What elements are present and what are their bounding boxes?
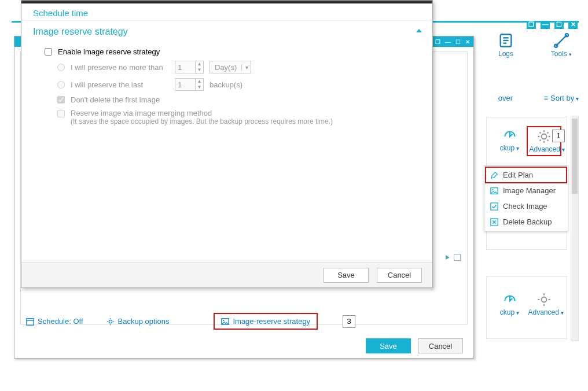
logs-label: Logs bbox=[498, 50, 513, 58]
close-icon[interactable]: ✕ bbox=[465, 39, 470, 45]
delete-icon bbox=[490, 218, 498, 226]
enable-label: Enable image reserve strategy bbox=[58, 47, 160, 56]
preserve-last-label: I will preserve the last bbox=[71, 80, 169, 89]
restore-icon[interactable]: ❐ bbox=[435, 39, 440, 45]
check-icon bbox=[490, 202, 498, 211]
last-value[interactable] bbox=[175, 79, 195, 90]
svg-point-26 bbox=[109, 320, 112, 323]
scrollbar-track[interactable] bbox=[571, 116, 579, 341]
logs-icon bbox=[498, 32, 514, 49]
svg-rect-24 bbox=[27, 318, 34, 324]
tools-label: Tools ▾ bbox=[551, 50, 572, 58]
backup-options-label: Backup options bbox=[118, 317, 170, 326]
preserve-last-row: I will preserve the last ▲▼ backup(s) bbox=[57, 78, 416, 91]
dont-delete-label: Don't delete the first image bbox=[71, 95, 160, 104]
preserve-days-radio[interactable] bbox=[57, 64, 65, 71]
svg-point-16 bbox=[492, 189, 493, 190]
menu-edit-plan[interactable]: Edit Plan bbox=[487, 168, 565, 182]
square-icon[interactable] bbox=[454, 254, 461, 261]
gear-icon bbox=[106, 318, 115, 326]
advanced-label: Advanced bbox=[530, 145, 560, 153]
svg-point-32 bbox=[223, 320, 225, 321]
logs-button[interactable]: Logs bbox=[488, 32, 523, 58]
edit-icon bbox=[490, 171, 498, 179]
maximize-icon[interactable]: ☐ bbox=[455, 39, 461, 45]
callout-3: 3 bbox=[343, 315, 355, 328]
image-reserve-dialog: Schedule time Image reserve strategy Ena… bbox=[21, 0, 433, 288]
menu-image-manager[interactable]: Image Manager bbox=[484, 183, 568, 198]
image-reserve-header[interactable]: Image reserve strategy bbox=[21, 20, 432, 39]
backup-dropdown[interactable]: ckup bbox=[494, 128, 525, 154]
image-icon bbox=[221, 318, 229, 326]
triangle-icon[interactable] bbox=[444, 254, 451, 261]
tools-icon bbox=[553, 32, 569, 49]
backup-label: ckup bbox=[500, 144, 514, 152]
maximize-icon[interactable]: ☐ bbox=[554, 21, 564, 29]
svg-line-14 bbox=[547, 132, 548, 133]
header-toolbar: Logs Tools ▾ bbox=[488, 32, 579, 58]
days-value[interactable] bbox=[175, 61, 195, 73]
backup-icon bbox=[502, 292, 517, 307]
menu-image-manager-label: Image Manager bbox=[503, 186, 556, 195]
preserve-last-radio[interactable] bbox=[57, 81, 65, 88]
image-reserve-body: Enable image reserve strategy I will pre… bbox=[21, 39, 432, 136]
menu-edit-plan-label: Edit Plan bbox=[503, 171, 533, 179]
svg-point-6 bbox=[541, 134, 546, 139]
enable-row[interactable]: Enable image reserve strategy bbox=[45, 47, 416, 56]
restore-icon[interactable]: ❐ bbox=[527, 21, 536, 29]
dont-delete-checkbox[interactable] bbox=[57, 96, 65, 104]
last-stepper[interactable]: ▲▼ bbox=[175, 78, 204, 91]
calendar-icon bbox=[26, 318, 34, 326]
schedule-time-header[interactable]: Schedule time bbox=[21, 3, 432, 20]
backup-label: ckup bbox=[500, 308, 514, 316]
merge-checkbox[interactable] bbox=[57, 110, 65, 117]
backup-dropdown-2[interactable]: ckup bbox=[494, 292, 525, 316]
cancel-button[interactable]: Cancel bbox=[418, 338, 463, 353]
svg-line-12 bbox=[547, 139, 548, 141]
svg-line-11 bbox=[539, 132, 541, 133]
minimize-icon[interactable]: — bbox=[445, 39, 451, 45]
image-reserve-label: Image-reserve strategy bbox=[233, 317, 310, 326]
image-icon bbox=[490, 187, 498, 195]
preserve-days-label: I will preserve no more than bbox=[71, 63, 169, 72]
svg-rect-17 bbox=[491, 202, 498, 209]
menu-delete-backup[interactable]: Delete Backup bbox=[484, 214, 568, 230]
gear-icon bbox=[536, 292, 552, 307]
save-button[interactable]: Save bbox=[324, 268, 369, 283]
svg-line-13 bbox=[539, 139, 541, 141]
cancel-button[interactable]: Cancel bbox=[377, 268, 422, 283]
minimize-icon[interactable]: — bbox=[541, 21, 550, 29]
sort-by-button[interactable]: Sort by bbox=[544, 94, 579, 102]
save-button[interactable]: Save bbox=[366, 338, 411, 353]
image-reserve-footer: Save Cancel bbox=[21, 262, 432, 287]
svg-point-19 bbox=[541, 297, 546, 303]
schedule-link[interactable]: Schedule: Off bbox=[26, 317, 83, 326]
menu-check-image-label: Check Image bbox=[503, 202, 547, 211]
advanced-label: Advanced bbox=[528, 308, 559, 316]
view-toggle[interactable] bbox=[444, 254, 461, 261]
close-icon[interactable]: ✕ bbox=[568, 21, 578, 29]
advanced-dropdown-2[interactable]: Advanced bbox=[528, 292, 560, 316]
last-unit: backup(s) bbox=[210, 80, 242, 89]
scrollbar-thumb[interactable] bbox=[572, 119, 578, 194]
menu-check-image[interactable]: Check Image bbox=[484, 198, 568, 214]
callout-1: 1 bbox=[552, 130, 565, 142]
days-stepper[interactable]: ▲▼ bbox=[175, 61, 204, 73]
menu-delete-backup-label: Delete Backup bbox=[503, 217, 552, 226]
merge-note: (It saves the space occupied by images. … bbox=[71, 117, 333, 126]
days-unit-select[interactable]: Day(s) bbox=[210, 61, 251, 73]
tools-button[interactable]: Tools ▾ bbox=[544, 32, 579, 58]
svg-point-5 bbox=[554, 45, 557, 47]
merge-row: Reserve image via image merging method (… bbox=[57, 109, 416, 126]
svg-point-4 bbox=[565, 34, 568, 36]
advanced-menu: Edit Plan Image Manager Check Image Dele… bbox=[484, 165, 568, 231]
image-reserve-link[interactable]: Image-reserve strategy bbox=[215, 315, 316, 328]
enable-checkbox[interactable] bbox=[45, 48, 52, 56]
backup-options-link[interactable]: Backup options bbox=[106, 317, 170, 326]
edit-plan-bottom-links: Schedule: Off Backup options Image-reser… bbox=[21, 308, 466, 330]
preserve-days-row: I will preserve no more than ▲▼ Day(s) bbox=[57, 61, 416, 73]
merge-label: Reserve image via image merging method bbox=[71, 109, 333, 117]
edit-plan-footer: Save Cancel bbox=[14, 338, 473, 353]
backup-icon bbox=[502, 128, 517, 143]
dont-delete-row: Don't delete the first image bbox=[57, 95, 416, 104]
